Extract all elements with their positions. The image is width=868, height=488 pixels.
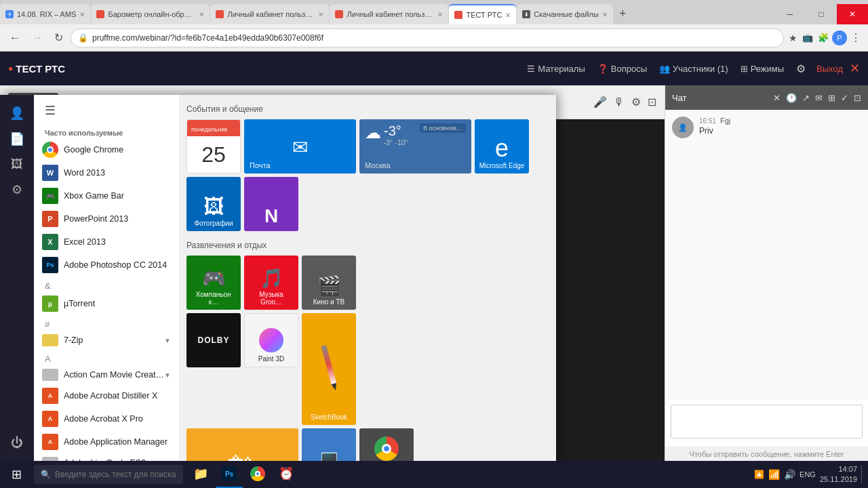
rtc-close[interactable]: ✕ — [850, 61, 860, 76]
app-xbox[interactable]: 🎮 Xbox Game Bar — [34, 184, 179, 207]
app-photoshop-freq[interactable]: Ps Adobe Photoshop CC 2014 — [34, 253, 179, 277]
rtc-questions[interactable]: ❓ Вопросы — [597, 64, 647, 74]
tab-2-close[interactable]: ✕ — [199, 11, 204, 18]
new-tab-button[interactable]: + — [614, 7, 632, 20]
taskbar-photoshop[interactable]: Ps — [216, 461, 243, 488]
chat-panel: Чат ✕ 🕐 ↗ ✉ ⊞ ✓ ⊡ 👤 16:51 Fgj Priv — [665, 85, 868, 461]
app-adobe-app-manager[interactable]: A Adobe Application Manager — [34, 430, 179, 453]
chat-check-icon[interactable]: ✓ — [841, 93, 848, 103]
tile-weather[interactable]: ☁ -3° -3° -10° В основном… Москва — [359, 119, 471, 174]
back-button[interactable]: ← — [5, 30, 24, 45]
tab-4-close[interactable]: ✕ — [437, 11, 443, 18]
tile-dolby[interactable]: DOLBY — [186, 313, 241, 367]
win-close[interactable]: ✕ — [837, 4, 868, 24]
bookmark-icon[interactable]: ★ — [787, 31, 799, 45]
sidebar-power-icon[interactable]: ⏻ — [11, 436, 23, 450]
app-word[interactable]: W Word 2013 — [34, 161, 179, 184]
tile-store[interactable]: 🛍 Microsoft Store — [186, 428, 298, 461]
win-maximize[interactable]: □ — [806, 4, 837, 24]
tile-edge[interactable]: e Microsoft Edge — [475, 119, 529, 174]
tile-paint3d[interactable]: Paint 3D — [244, 313, 298, 367]
chat-time-icon[interactable]: 🕐 — [786, 93, 797, 103]
sidebar-docs-icon[interactable]: 📄 — [9, 131, 24, 146]
app-acrobat-distiller[interactable]: A Adobe Acrobat Distiller X — [34, 384, 179, 407]
rtc-settings[interactable]: ⚙ — [796, 62, 806, 75]
mic2-icon[interactable]: 🎙 — [614, 96, 625, 108]
sidebar-pics-icon[interactable]: 🖼 — [11, 157, 23, 171]
app-excel[interactable]: X Excel 2013 — [34, 230, 179, 253]
address-input[interactable] — [92, 33, 776, 43]
rtc-header: ● ТЕСТ РТС ☰ Материалы ❓ Вопросы 👥 Участ… — [0, 52, 868, 85]
chat-close-icon[interactable]: ✕ — [773, 93, 781, 103]
app-action-cam[interactable]: Action Cam Movie Creator and P… ▼ — [34, 365, 179, 384]
modes-label: Режимы — [751, 64, 784, 74]
forward-button[interactable]: → — [28, 30, 47, 45]
start-hamburger[interactable]: ☰ — [34, 95, 179, 126]
tile-groove[interactable]: 🎵 Музыка Groo… — [244, 256, 298, 310]
tab-4[interactable]: Личный кабинет пользова… ✕ — [330, 4, 448, 24]
show-desktop[interactable] — [861, 465, 865, 484]
tab-6-close[interactable]: ✕ — [602, 11, 608, 18]
acrobat-pro-label: Adobe Acrobat X Pro — [64, 414, 143, 424]
tab-1[interactable]: ✈ 14.08. RIX – AMS ✕ — [0, 4, 90, 24]
taskbar-clock-app[interactable]: ⏰ — [273, 461, 300, 488]
7zip-expand[interactable]: ▼ — [164, 337, 171, 344]
app-powerpoint[interactable]: P PowerPoint 2013 — [34, 207, 179, 230]
screen-share-icon[interactable]: ⊡ — [648, 96, 656, 108]
settings2-icon[interactable]: ⚙ — [631, 96, 641, 108]
sidebar-settings-icon[interactable]: ⚙ — [12, 182, 22, 197]
action-cam-expand[interactable]: ▼ — [164, 371, 171, 379]
taskbar-chrome[interactable] — [244, 461, 271, 488]
lang-indicator[interactable]: ENG — [800, 470, 816, 479]
tile-photos[interactable]: 🖼 Фотографии — [186, 177, 241, 231]
chat-expand-icon[interactable]: ⊡ — [854, 93, 861, 103]
refresh-button[interactable]: ↻ — [50, 30, 67, 45]
tile-films[interactable]: 🎬 Кино и ТВ — [302, 256, 356, 310]
cast-icon[interactable]: 📺 — [801, 31, 814, 44]
tile-calendar[interactable]: понедельник 25 — [186, 119, 241, 174]
tab-2[interactable]: Барометр онлайн-образо… ✕ — [91, 4, 210, 24]
app-livecycle[interactable]: Adobe LiveCycle ES2 ▼ — [34, 453, 179, 461]
win-minimize[interactable]: ─ — [774, 4, 806, 24]
tab-5[interactable]: ТЕСТ РТС ✕ — [449, 4, 516, 24]
tab-3-close[interactable]: ✕ — [318, 11, 323, 18]
rtc-exit[interactable]: Выход — [816, 64, 843, 74]
network-icon[interactable]: 📶 — [768, 469, 780, 480]
word-label: Word 2013 — [64, 168, 105, 178]
rtc-modes[interactable]: ⊞ Режимы — [741, 64, 784, 74]
tile-companion[interactable]: 🎮 Компаньон к… — [186, 256, 241, 310]
tile-onenote[interactable]: N — [244, 177, 298, 231]
chat-mail-icon[interactable]: ✉ — [815, 93, 823, 103]
extensions-icon[interactable]: 🧩 — [816, 31, 830, 44]
rtc-participants[interactable]: 👥 Участники (1) — [659, 64, 728, 74]
avatar-small[interactable]: P — [832, 30, 847, 45]
tab-6-label: Скачанные файлы — [534, 10, 599, 18]
tile-sketchbook[interactable]: SketchBook — [302, 313, 356, 425]
app-acrobat-pro[interactable]: A Adobe Acrobat X Pro — [34, 407, 179, 430]
questions-label: Вопросы — [611, 64, 647, 74]
chat-input[interactable] — [671, 405, 863, 439]
tile-thispc[interactable]: 💻 Этот компьютер — [302, 428, 356, 461]
start-button[interactable]: ⊞ — [3, 461, 30, 488]
taskbar-search-input[interactable] — [55, 470, 176, 479]
volume-icon[interactable]: 🔊 — [784, 469, 795, 480]
sidebar-user-icon[interactable]: 👤 — [9, 106, 24, 121]
taskbar-datetime[interactable]: 14:07 25.11.2019 — [820, 464, 857, 485]
mic-icon[interactable]: 🎤 — [593, 96, 607, 108]
app-7zip[interactable]: 7-Zip ▼ — [34, 331, 179, 350]
app-utorrent[interactable]: µ µTorrent — [34, 292, 179, 315]
tab-6[interactable]: ⬇ Скачанные файлы ✕ — [517, 4, 613, 24]
chat-grid-icon[interactable]: ⊞ — [828, 93, 835, 103]
rtc-materials[interactable]: ☰ Материалы — [527, 64, 585, 74]
browser-chrome: ✈ 14.08. RIX – AMS ✕ Барометр онлайн-обр… — [0, 0, 868, 52]
tile-mail[interactable]: ✉ Почта — [244, 119, 356, 174]
taskbar-file-explorer[interactable]: 📁 — [187, 461, 214, 488]
menu-icon[interactable]: ⋮ — [849, 30, 863, 45]
tab-5-close[interactable]: ✕ — [505, 12, 511, 19]
chat-export-icon[interactable]: ↗ — [802, 93, 810, 103]
tile-chrome[interactable]: Google Chrome — [359, 428, 414, 461]
app-google-chrome[interactable]: Google Chrome — [34, 138, 179, 161]
tab-3[interactable]: Личный кабинет пользова… ✕ — [210, 4, 329, 24]
message-body: 16:51 Fgj Priv — [699, 117, 730, 138]
tab-1-close[interactable]: ✕ — [79, 11, 85, 18]
